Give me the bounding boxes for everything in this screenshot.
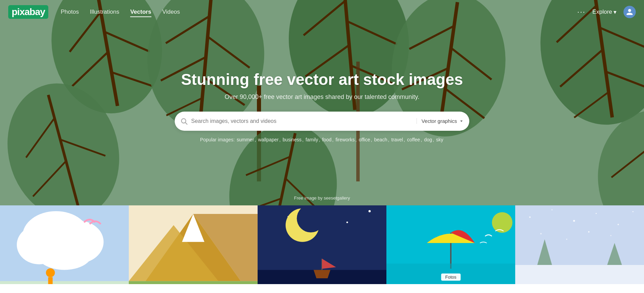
navbar: pixabay Photos Illustrations Vectors Vid… — [0, 0, 644, 24]
tag-summer[interactable]: summer — [237, 137, 254, 142]
svg-point-87 — [596, 213, 597, 214]
svg-point-93 — [610, 235, 611, 236]
tag-sky[interactable]: sky — [436, 137, 443, 142]
svg-point-57 — [46, 268, 55, 277]
night-illustration — [258, 205, 386, 284]
nav-item-illustrations[interactable]: Illustrations — [90, 9, 119, 15]
svg-point-88 — [618, 224, 619, 225]
more-menu-button[interactable]: ··· — [577, 8, 585, 16]
grid-item-2[interactable] — [129, 205, 258, 284]
svg-rect-56 — [0, 281, 129, 284]
svg-point-80 — [492, 212, 512, 233]
tag-business[interactable]: business — [283, 137, 301, 142]
svg-point-91 — [566, 239, 567, 240]
search-icon — [180, 117, 188, 125]
user-avatar[interactable] — [623, 6, 636, 18]
logo[interactable]: pixabay — [8, 5, 48, 19]
grid-item-1[interactable] — [0, 205, 129, 284]
svg-rect-58 — [48, 277, 53, 284]
hero-attribution: Free image by seesetgallery — [294, 195, 350, 201]
nav-item-videos[interactable]: Videos — [162, 9, 180, 15]
image-grid: Fotos — [0, 205, 644, 284]
search-bar: Vector graphics — [175, 112, 469, 131]
fotos-badge: Fotos — [441, 273, 461, 281]
nav-right: ··· Explore ▾ — [577, 6, 636, 18]
svg-point-70 — [369, 210, 371, 213]
svg-point-92 — [588, 231, 590, 232]
svg-point-89 — [632, 211, 633, 212]
svg-point-55 — [36, 236, 92, 270]
tag-travel[interactable]: travel — [391, 137, 403, 142]
svg-point-74 — [297, 205, 325, 232]
beach-illustration — [386, 205, 515, 284]
tag-coffee[interactable]: coffee — [407, 137, 420, 142]
mountain-illustration — [129, 205, 258, 284]
svg-point-90 — [540, 233, 542, 234]
hero-subtitle: Over 90,000+ free vector art images shar… — [175, 93, 469, 101]
hero-title: Stunning free vector art stock images — [175, 70, 469, 89]
tag-family[interactable]: family — [306, 137, 318, 142]
tag-dog[interactable]: dog — [424, 137, 432, 142]
hero-section: Stunning free vector art stock images Ov… — [0, 0, 644, 205]
search-type-dropdown[interactable]: Vector graphics — [417, 118, 464, 124]
svg-rect-64 — [129, 281, 258, 284]
svg-marker-76 — [313, 270, 330, 279]
tag-wallpaper[interactable]: wallpaper — [258, 137, 278, 142]
popular-tags: Popular images: summer, wallpaper, busin… — [175, 137, 469, 142]
svg-point-85 — [552, 209, 553, 210]
svg-point-86 — [573, 220, 575, 221]
sky-illustration — [515, 205, 644, 284]
cloud-illustration — [0, 205, 129, 284]
tag-food[interactable]: food — [322, 137, 331, 142]
search-input[interactable] — [191, 118, 414, 124]
hero-content: Stunning free vector art stock images Ov… — [175, 63, 469, 142]
tag-office[interactable]: office — [359, 137, 370, 142]
svg-point-72 — [346, 221, 348, 223]
nav-links: Photos Illustrations Vectors Videos — [61, 9, 577, 15]
grid-item-5[interactable] — [515, 205, 644, 284]
nav-item-vectors[interactable]: Vectors — [130, 9, 151, 15]
svg-rect-94 — [515, 265, 644, 284]
svg-line-50 — [185, 123, 187, 124]
svg-point-84 — [529, 216, 531, 218]
tag-fireworks[interactable]: fireworks — [335, 137, 355, 142]
grid-item-3[interactable] — [258, 205, 386, 284]
grid-item-4[interactable]: Fotos — [386, 205, 515, 284]
tag-beach[interactable]: beach — [374, 137, 387, 142]
dropdown-chevron-icon — [459, 119, 464, 124]
nav-item-photos[interactable]: Photos — [61, 9, 79, 15]
user-icon — [626, 8, 633, 16]
explore-menu[interactable]: Explore ▾ — [592, 9, 617, 16]
